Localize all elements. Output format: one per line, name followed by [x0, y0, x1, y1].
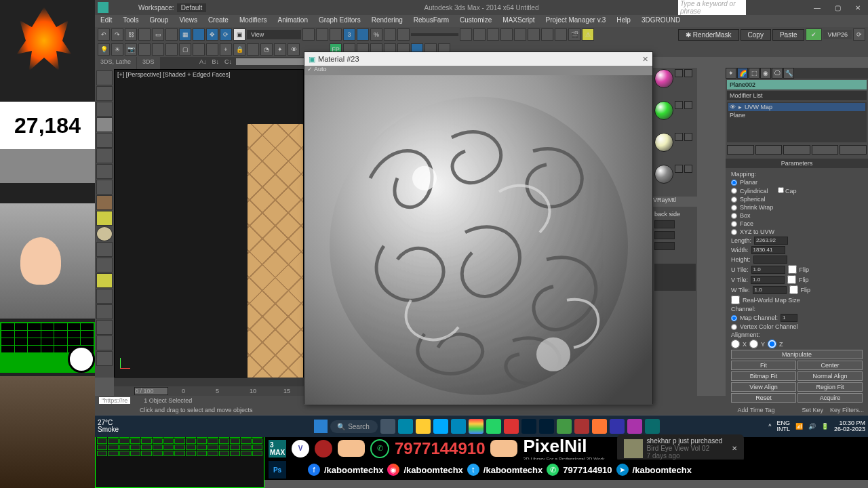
- time-slider[interactable]: 0 / 100: [134, 387, 168, 395]
- copy-button[interactable]: Copy: [741, 29, 771, 41]
- paste-button[interactable]: Paste: [772, 29, 805, 41]
- material-window-close-button[interactable]: ✕: [642, 55, 648, 64]
- mapping-box-radio[interactable]: [731, 213, 737, 219]
- sun-icon[interactable]: ☀: [111, 43, 123, 56]
- vtool-3[interactable]: [96, 102, 113, 117]
- helper-icon[interactable]: [206, 43, 218, 56]
- toggle-icon[interactable]: [247, 43, 259, 56]
- vtool-15[interactable]: [96, 289, 113, 304]
- material-type-label[interactable]: VRayMtl: [653, 197, 676, 203]
- vtool-13[interactable]: [96, 258, 113, 272]
- angle-snap-button[interactable]: [357, 28, 369, 41]
- bitmap-fit-button[interactable]: Bitmap Fit: [731, 371, 796, 381]
- align-x-radio[interactable]: [731, 340, 740, 348]
- vtool-5[interactable]: [96, 133, 113, 148]
- align-button[interactable]: [473, 28, 486, 41]
- render-setup-button[interactable]: [541, 28, 553, 41]
- camera-icon[interactable]: 📷: [125, 43, 137, 56]
- menu-customize[interactable]: Customize: [454, 15, 497, 27]
- star-icon[interactable]: ✦: [274, 43, 286, 56]
- warning-icon[interactable]: ⚠: [582, 28, 594, 41]
- vertex-color-radio[interactable]: [731, 324, 737, 330]
- taskbar-app-1[interactable]: [398, 419, 413, 434]
- close-button[interactable]: ✕: [848, 0, 868, 15]
- vtool-19[interactable]: [96, 351, 113, 366]
- vtool-16[interactable]: [96, 304, 113, 319]
- facebook-icon[interactable]: f: [308, 464, 320, 476]
- purchase-notification[interactable]: shekhar p just purchased Bird Eye View V…: [617, 434, 745, 462]
- sample-tool-1[interactable]: [675, 69, 683, 77]
- link-button[interactable]: ⛓: [125, 28, 137, 41]
- sample-tool-6[interactable]: [684, 133, 692, 141]
- center-button[interactable]: Center: [797, 361, 863, 370]
- menu-create[interactable]: Create: [203, 15, 234, 27]
- brave-icon[interactable]: [504, 419, 519, 434]
- vtool-4[interactable]: [96, 117, 113, 132]
- add-icon[interactable]: +: [220, 43, 232, 56]
- render-mask-button[interactable]: ✱ RenderMask: [678, 29, 738, 41]
- task-view-icon[interactable]: [380, 419, 395, 434]
- stack-uvwmap[interactable]: 👁▸UVW Map: [728, 103, 865, 111]
- sample-tool-8[interactable]: [684, 165, 692, 173]
- twitter-icon[interactable]: t: [467, 464, 479, 476]
- undo-button[interactable]: ↶: [98, 28, 110, 41]
- parameters-rollout-title[interactable]: Parameters: [726, 159, 868, 168]
- menu-rebusfarm[interactable]: RebusFarm: [408, 15, 454, 27]
- menu-maxscript[interactable]: MAXScript: [497, 15, 540, 27]
- sample-slot-3[interactable]: [654, 133, 673, 152]
- map-channel-spinner[interactable]: 1: [781, 314, 797, 322]
- vol-icon[interactable]: [152, 43, 164, 56]
- vtool-17[interactable]: [96, 320, 113, 335]
- firefox-icon[interactable]: [592, 419, 607, 434]
- workspace-dropdown[interactable]: Default: [177, 3, 207, 12]
- telegram-icon[interactable]: ➤: [616, 464, 629, 476]
- mirror-button[interactable]: [460, 28, 472, 41]
- map-channel-radio[interactable]: [731, 315, 737, 321]
- mapping-face-radio[interactable]: [731, 221, 737, 227]
- language-indicator[interactable]: ENGINTL: [776, 420, 790, 432]
- show-result-button[interactable]: [755, 145, 783, 155]
- motion-tab[interactable]: ◉: [760, 68, 771, 79]
- lock-icon[interactable]: 🔒: [233, 43, 245, 56]
- file-explorer-icon[interactable]: [416, 419, 431, 434]
- select-rect-button[interactable]: ▦: [179, 28, 191, 41]
- instagram-icon[interactable]: ◉: [387, 464, 399, 476]
- viewport-scrollbar[interactable]: [114, 378, 304, 387]
- viewport-label[interactable]: [+] [Perspective] [Shaded + Edged Faces]: [117, 71, 231, 78]
- battery-icon[interactable]: 🔋: [821, 423, 829, 430]
- mapping-shrinkwrap-radio[interactable]: [731, 205, 737, 211]
- eye-icon[interactable]: 👁: [288, 43, 300, 56]
- taskbar-app-12[interactable]: [610, 419, 625, 434]
- sample-slot-2[interactable]: [654, 101, 673, 120]
- named-selection-dropdown[interactable]: [411, 33, 458, 36]
- maximize-button[interactable]: ▢: [827, 0, 848, 15]
- setkey-label[interactable]: Set Key: [802, 407, 823, 413]
- move-button[interactable]: ✥: [206, 28, 218, 41]
- view-align-button[interactable]: View Align: [731, 382, 796, 392]
- menu-views[interactable]: Views: [174, 15, 203, 27]
- height-spinner[interactable]: [753, 256, 787, 264]
- map-swatch[interactable]: [654, 264, 696, 291]
- configure-sets-button[interactable]: [840, 145, 867, 155]
- curve-editor-button[interactable]: [500, 28, 513, 41]
- update-button[interactable]: Update: [335, 66, 355, 75]
- align-y-radio[interactable]: [749, 340, 758, 348]
- select-button[interactable]: ▭: [152, 28, 164, 41]
- mat-spinner-3[interactable]: [654, 242, 675, 250]
- window-crossing-button[interactable]: [193, 28, 205, 41]
- sample-tool-3[interactable]: [675, 101, 683, 109]
- material-window-titlebar[interactable]: ▣ Material #23 ✕: [304, 52, 652, 66]
- fit-button[interactable]: Fit: [731, 361, 796, 370]
- menu-graph-editors[interactable]: Graph Editors: [313, 15, 366, 27]
- rotate-button[interactable]: ⟳: [220, 28, 232, 41]
- acquire-button[interactable]: Acquire: [797, 393, 863, 403]
- windows-taskbar[interactable]: 27°CSmoke 🔍Search ^ ENGINTL 📶 🔊 🔋 10:30 …: [95, 415, 868, 437]
- perspective-viewport[interactable]: [+] [Perspective] [Shaded + Edged Faces]: [114, 69, 304, 378]
- notepadpp-icon[interactable]: [557, 419, 572, 434]
- region-fit-button[interactable]: Region Fit: [797, 382, 863, 392]
- mapping-xyz-radio[interactable]: [731, 229, 737, 235]
- photoshop2-taskbar-icon[interactable]: [539, 419, 554, 434]
- stack-plane[interactable]: Plane: [728, 111, 865, 119]
- taskbar-search[interactable]: 🔍Search: [330, 420, 378, 433]
- vtool-11[interactable]: [96, 226, 113, 241]
